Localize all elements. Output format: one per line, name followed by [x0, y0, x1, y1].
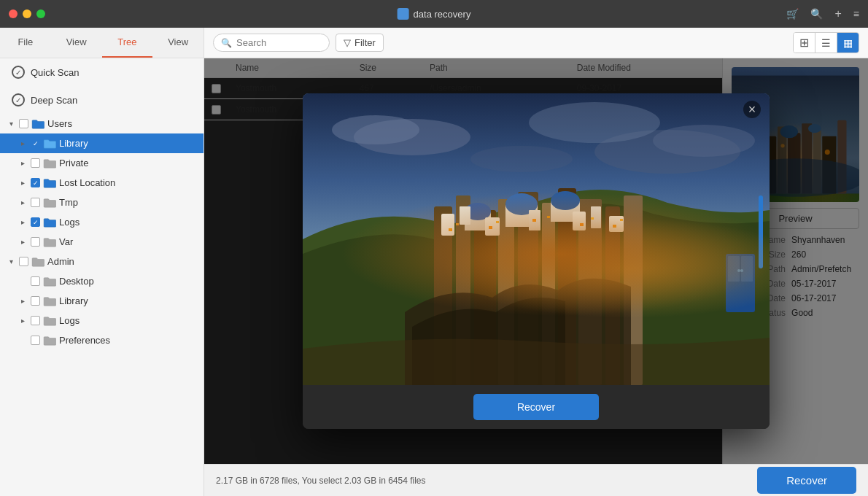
view-toggle-detail[interactable]: ▦: [837, 33, 859, 53]
svg-rect-47: [441, 214, 454, 236]
folder-icon-library: [43, 139, 56, 149]
tree-label-users: Users: [47, 118, 72, 129]
tree-item-admin[interactable]: Admin: [0, 252, 204, 271]
add-icon[interactable]: +: [834, 7, 841, 20]
tree-item-logs[interactable]: Logs: [0, 212, 204, 232]
search-icon: 🔍: [221, 38, 232, 48]
tab-tree[interactable]: Tree: [102, 28, 153, 58]
chevron-library: [18, 139, 28, 149]
cart-icon[interactable]: 🛒: [786, 8, 799, 20]
search-input[interactable]: [236, 37, 322, 48]
main-recover-button[interactable]: Recover: [757, 467, 856, 494]
checkbox-preferences[interactable]: [31, 336, 40, 345]
tree-item-desktop[interactable]: Desktop: [0, 271, 204, 291]
svg-rect-50: [529, 210, 540, 230]
checkbox-private[interactable]: [31, 158, 40, 168]
svg-rect-60: [580, 223, 584, 226]
svg-point-25: [470, 146, 573, 172]
deep-scan-icon: [12, 93, 25, 106]
folder-icon-logs: [43, 217, 56, 228]
svg-rect-64: [726, 254, 755, 312]
chevron-private: [18, 158, 28, 168]
deep-scan-item[interactable]: Deep Scan: [0, 86, 204, 114]
app-icon: [398, 8, 409, 20]
quick-scan-label: Quick Scan: [31, 67, 79, 78]
tree-label-admin: Admin: [47, 256, 74, 267]
tab-file[interactable]: File: [0, 28, 51, 58]
tree-item-users[interactable]: Users: [0, 114, 204, 133]
folder-icon-desktop: [43, 276, 56, 287]
tab-view[interactable]: View: [51, 28, 102, 58]
titlebar-center: data recovery: [398, 8, 471, 20]
toolbar: 🔍 ▽ Filter ⊞ ☰ ▦: [204, 28, 868, 58]
tree-label-library: Library: [59, 138, 88, 149]
minimize-button[interactable]: [23, 9, 31, 18]
checkbox-var[interactable]: [31, 237, 40, 247]
svg-rect-52: [591, 206, 601, 228]
search-icon[interactable]: 🔍: [810, 8, 823, 20]
folder-icon-admin: [31, 257, 44, 267]
modal-recover-button[interactable]: Recover: [473, 394, 599, 420]
menu-icon[interactable]: ≡: [853, 8, 859, 20]
svg-point-44: [551, 192, 580, 211]
checkbox-logs[interactable]: [31, 217, 40, 227]
checkbox-library[interactable]: [31, 139, 40, 148]
maximize-button[interactable]: [36, 9, 45, 18]
close-button[interactable]: [9, 9, 18, 18]
search-box: 🔍: [213, 34, 330, 52]
checkbox-tmp[interactable]: [31, 198, 40, 207]
svg-rect-65: [728, 256, 740, 282]
svg-point-41: [465, 204, 491, 221]
quick-scan-item[interactable]: Quick Scan: [0, 58, 204, 86]
svg-rect-45: [551, 201, 580, 222]
deep-scan-label: Deep Scan: [31, 95, 77, 106]
modal-overlay[interactable]: ×: [204, 58, 868, 464]
folder-icon-private: [43, 158, 56, 168]
folder-icon-var: [43, 237, 56, 247]
modal-close-button[interactable]: ×: [743, 101, 761, 118]
tree-item-admin-logs[interactable]: Logs: [0, 311, 204, 330]
view-toggles: ⊞ ☰ ▦: [793, 32, 859, 53]
filter-button[interactable]: ▽ Filter: [336, 34, 384, 52]
tree-item-private[interactable]: Private: [0, 153, 204, 173]
tree-item-lost-location[interactable]: Lost Location: [0, 173, 204, 193]
tab-view2[interactable]: View: [152, 28, 204, 58]
view-toggle-grid[interactable]: ⊞: [794, 33, 815, 53]
tree-item-library[interactable]: Library: [0, 133, 204, 153]
chevron-admin-logs: [18, 316, 28, 326]
tree-label-private: Private: [59, 158, 88, 168]
tree-item-admin-library[interactable]: Library: [0, 291, 204, 311]
folder-icon-admin-logs: [43, 316, 56, 326]
tree-item-preferences[interactable]: Preferences: [0, 330, 204, 350]
folder-icon-lost-location: [43, 178, 56, 188]
tree-item-tmp[interactable]: Tmp: [0, 193, 204, 212]
svg-rect-39: [505, 205, 538, 227]
tree-label-logs: Logs: [59, 217, 80, 228]
checkbox-admin[interactable]: [19, 257, 28, 266]
tree-section: Users Library Private: [0, 114, 204, 350]
svg-point-21: [332, 115, 419, 144]
svg-point-38: [505, 194, 538, 216]
checkbox-desktop[interactable]: [31, 276, 40, 286]
folder-icon-users: [31, 119, 44, 129]
app-title: data recovery: [414, 9, 471, 20]
tree-label-desktop: Desktop: [59, 276, 94, 287]
folder-icon-tmp: [43, 198, 56, 208]
svg-point-67: [737, 269, 740, 272]
chevron-admin-library: [18, 296, 28, 306]
sidebar: File View Tree View Quick Scan Deep Scan: [0, 28, 204, 496]
filter-icon: ▽: [344, 37, 351, 48]
svg-rect-59: [547, 216, 550, 218]
svg-point-24: [529, 102, 660, 143]
tree-label-admin-library: Library: [59, 295, 88, 306]
tree-item-var[interactable]: Var: [0, 232, 204, 252]
svg-rect-54: [449, 228, 452, 231]
checkbox-admin-logs[interactable]: [31, 316, 40, 325]
svg-rect-66: [741, 256, 753, 282]
svg-rect-55: [456, 223, 459, 225]
svg-rect-63: [620, 219, 623, 221]
checkbox-users[interactable]: [19, 119, 28, 128]
checkbox-admin-library[interactable]: [31, 296, 40, 306]
checkbox-lost-location[interactable]: [31, 178, 40, 187]
view-toggle-list[interactable]: ☰: [815, 33, 837, 53]
